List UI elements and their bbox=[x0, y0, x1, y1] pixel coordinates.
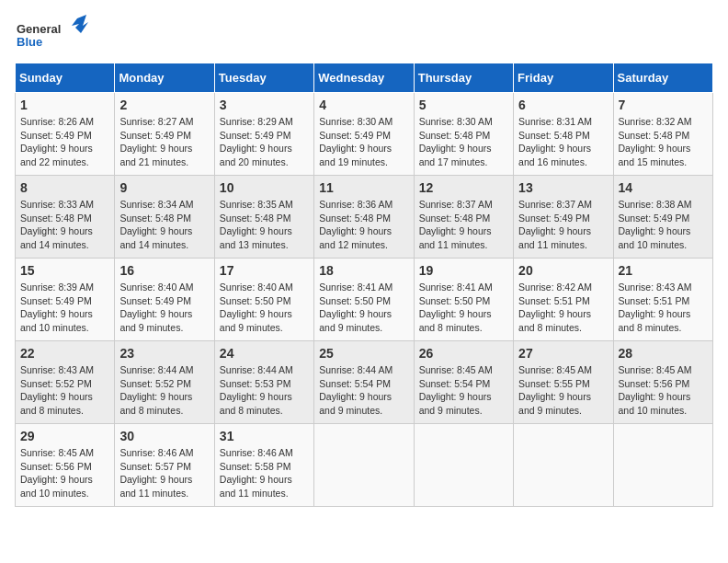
day-number: 14 bbox=[619, 180, 708, 195]
day-number: 31 bbox=[220, 429, 309, 443]
week-row-4: 22 Sunrise: 8:43 AMSunset: 5:52 PMDaylig… bbox=[16, 341, 713, 424]
calendar-cell: 20 Sunrise: 8:42 AMSunset: 5:51 PMDaylig… bbox=[514, 259, 613, 341]
day-number: 26 bbox=[419, 346, 508, 361]
day-number: 10 bbox=[220, 180, 309, 195]
calendar-cell bbox=[613, 424, 712, 507]
calendar-cell: 25 Sunrise: 8:44 AMSunset: 5:54 PMDaylig… bbox=[314, 341, 414, 424]
day-number: 15 bbox=[20, 263, 109, 278]
day-info: Sunrise: 8:35 AMSunset: 5:48 PMDaylight:… bbox=[220, 198, 309, 252]
logo: General Blue bbox=[15, 15, 88, 55]
col-header-wednesday: Wednesday bbox=[314, 63, 414, 93]
svg-text:General: General bbox=[17, 22, 61, 36]
week-row-2: 8 Sunrise: 8:33 AMSunset: 5:48 PMDayligh… bbox=[16, 176, 713, 259]
calendar-cell: 28 Sunrise: 8:45 AMSunset: 5:56 PMDaylig… bbox=[613, 341, 712, 424]
day-number: 21 bbox=[619, 263, 708, 278]
calendar-cell: 22 Sunrise: 8:43 AMSunset: 5:52 PMDaylig… bbox=[16, 341, 115, 424]
calendar-cell: 17 Sunrise: 8:40 AMSunset: 5:50 PMDaylig… bbox=[214, 259, 313, 341]
calendar-cell: 29 Sunrise: 8:45 AMSunset: 5:56 PMDaylig… bbox=[16, 424, 115, 507]
day-number: 27 bbox=[518, 346, 608, 361]
calendar-cell: 27 Sunrise: 8:45 AMSunset: 5:55 PMDaylig… bbox=[514, 341, 613, 424]
day-info: Sunrise: 8:37 AMSunset: 5:49 PMDaylight:… bbox=[518, 198, 608, 252]
calendar-cell: 11 Sunrise: 8:36 AMSunset: 5:48 PMDaylig… bbox=[314, 176, 414, 259]
col-header-tuesday: Tuesday bbox=[214, 63, 313, 93]
day-number: 4 bbox=[319, 98, 408, 112]
day-info: Sunrise: 8:27 AMSunset: 5:49 PMDaylight:… bbox=[119, 115, 209, 169]
day-number: 28 bbox=[619, 346, 708, 361]
day-info: Sunrise: 8:36 AMSunset: 5:48 PMDaylight:… bbox=[319, 198, 408, 252]
calendar-cell: 15 Sunrise: 8:39 AMSunset: 5:49 PMDaylig… bbox=[16, 259, 115, 341]
calendar-cell: 14 Sunrise: 8:38 AMSunset: 5:49 PMDaylig… bbox=[613, 176, 712, 259]
day-info: Sunrise: 8:29 AMSunset: 5:49 PMDaylight:… bbox=[220, 115, 309, 169]
svg-text:Blue: Blue bbox=[17, 35, 42, 49]
calendar-cell: 26 Sunrise: 8:45 AMSunset: 5:54 PMDaylig… bbox=[414, 341, 513, 424]
col-header-monday: Monday bbox=[115, 63, 214, 93]
calendar-cell: 8 Sunrise: 8:33 AMSunset: 5:48 PMDayligh… bbox=[16, 176, 115, 259]
calendar-cell: 12 Sunrise: 8:37 AMSunset: 5:48 PMDaylig… bbox=[414, 176, 513, 259]
day-info: Sunrise: 8:42 AMSunset: 5:51 PMDaylight:… bbox=[518, 281, 608, 335]
calendar-cell: 4 Sunrise: 8:30 AMSunset: 5:49 PMDayligh… bbox=[314, 93, 414, 176]
day-number: 29 bbox=[20, 429, 109, 443]
day-number: 7 bbox=[619, 98, 708, 112]
calendar-cell: 30 Sunrise: 8:46 AMSunset: 5:57 PMDaylig… bbox=[115, 424, 214, 507]
day-info: Sunrise: 8:43 AMSunset: 5:52 PMDaylight:… bbox=[20, 363, 109, 418]
day-info: Sunrise: 8:30 AMSunset: 5:49 PMDaylight:… bbox=[319, 115, 408, 169]
calendar-cell: 24 Sunrise: 8:44 AMSunset: 5:53 PMDaylig… bbox=[214, 341, 313, 424]
header: General Blue bbox=[15, 15, 713, 55]
calendar-cell: 31 Sunrise: 8:46 AMSunset: 5:58 PMDaylig… bbox=[214, 424, 313, 507]
day-info: Sunrise: 8:40 AMSunset: 5:50 PMDaylight:… bbox=[220, 281, 309, 335]
day-number: 3 bbox=[220, 98, 309, 112]
day-number: 12 bbox=[419, 180, 508, 195]
day-info: Sunrise: 8:45 AMSunset: 5:56 PMDaylight:… bbox=[619, 363, 708, 418]
calendar-cell: 16 Sunrise: 8:40 AMSunset: 5:49 PMDaylig… bbox=[115, 259, 214, 341]
day-info: Sunrise: 8:45 AMSunset: 5:56 PMDaylight:… bbox=[20, 446, 109, 500]
day-number: 6 bbox=[518, 98, 608, 112]
calendar-table: SundayMondayTuesdayWednesdayThursdayFrid… bbox=[15, 63, 713, 507]
calendar-cell: 10 Sunrise: 8:35 AMSunset: 5:48 PMDaylig… bbox=[214, 176, 313, 259]
calendar-cell: 2 Sunrise: 8:27 AMSunset: 5:49 PMDayligh… bbox=[115, 93, 214, 176]
day-info: Sunrise: 8:43 AMSunset: 5:51 PMDaylight:… bbox=[619, 281, 708, 335]
calendar-cell: 21 Sunrise: 8:43 AMSunset: 5:51 PMDaylig… bbox=[613, 259, 712, 341]
day-number: 2 bbox=[119, 98, 209, 112]
calendar-cell: 7 Sunrise: 8:32 AMSunset: 5:48 PMDayligh… bbox=[613, 93, 712, 176]
day-info: Sunrise: 8:33 AMSunset: 5:48 PMDaylight:… bbox=[20, 198, 109, 252]
calendar-cell: 19 Sunrise: 8:41 AMSunset: 5:50 PMDaylig… bbox=[414, 259, 513, 341]
day-number: 18 bbox=[319, 263, 408, 278]
day-info: Sunrise: 8:44 AMSunset: 5:53 PMDaylight:… bbox=[220, 363, 309, 418]
week-row-3: 15 Sunrise: 8:39 AMSunset: 5:49 PMDaylig… bbox=[16, 259, 713, 341]
col-header-sunday: Sunday bbox=[16, 63, 115, 93]
day-number: 25 bbox=[319, 346, 408, 361]
day-info: Sunrise: 8:34 AMSunset: 5:48 PMDaylight:… bbox=[119, 198, 209, 252]
calendar-cell: 6 Sunrise: 8:31 AMSunset: 5:48 PMDayligh… bbox=[514, 93, 613, 176]
col-header-friday: Friday bbox=[514, 63, 613, 93]
calendar-cell: 13 Sunrise: 8:37 AMSunset: 5:49 PMDaylig… bbox=[514, 176, 613, 259]
day-number: 30 bbox=[119, 429, 209, 443]
day-number: 9 bbox=[119, 180, 209, 195]
col-header-saturday: Saturday bbox=[613, 63, 712, 93]
day-info: Sunrise: 8:41 AMSunset: 5:50 PMDaylight:… bbox=[319, 281, 408, 335]
day-info: Sunrise: 8:41 AMSunset: 5:50 PMDaylight:… bbox=[419, 281, 508, 335]
day-number: 1 bbox=[20, 98, 109, 112]
day-info: Sunrise: 8:46 AMSunset: 5:57 PMDaylight:… bbox=[119, 446, 209, 500]
day-info: Sunrise: 8:39 AMSunset: 5:49 PMDaylight:… bbox=[20, 281, 109, 335]
day-number: 19 bbox=[419, 263, 508, 278]
day-info: Sunrise: 8:45 AMSunset: 5:55 PMDaylight:… bbox=[518, 363, 608, 418]
calendar-cell: 1 Sunrise: 8:26 AMSunset: 5:49 PMDayligh… bbox=[16, 93, 115, 176]
day-number: 16 bbox=[119, 263, 209, 278]
calendar-cell: 3 Sunrise: 8:29 AMSunset: 5:49 PMDayligh… bbox=[214, 93, 313, 176]
day-info: Sunrise: 8:32 AMSunset: 5:48 PMDaylight:… bbox=[619, 115, 708, 169]
calendar-cell: 5 Sunrise: 8:30 AMSunset: 5:48 PMDayligh… bbox=[414, 93, 513, 176]
calendar-cell: 23 Sunrise: 8:44 AMSunset: 5:52 PMDaylig… bbox=[115, 341, 214, 424]
day-info: Sunrise: 8:30 AMSunset: 5:48 PMDaylight:… bbox=[419, 115, 508, 169]
day-info: Sunrise: 8:37 AMSunset: 5:48 PMDaylight:… bbox=[419, 198, 508, 252]
day-info: Sunrise: 8:40 AMSunset: 5:49 PMDaylight:… bbox=[119, 281, 209, 335]
calendar-cell bbox=[314, 424, 414, 507]
svg-marker-2 bbox=[72, 15, 88, 33]
calendar-cell: 9 Sunrise: 8:34 AMSunset: 5:48 PMDayligh… bbox=[115, 176, 214, 259]
calendar-cell bbox=[514, 424, 613, 507]
col-header-thursday: Thursday bbox=[414, 63, 513, 93]
day-info: Sunrise: 8:38 AMSunset: 5:49 PMDaylight:… bbox=[619, 198, 708, 252]
day-info: Sunrise: 8:31 AMSunset: 5:48 PMDaylight:… bbox=[518, 115, 608, 169]
day-number: 13 bbox=[518, 180, 608, 195]
day-info: Sunrise: 8:26 AMSunset: 5:49 PMDaylight:… bbox=[20, 115, 109, 169]
day-number: 22 bbox=[20, 346, 109, 361]
